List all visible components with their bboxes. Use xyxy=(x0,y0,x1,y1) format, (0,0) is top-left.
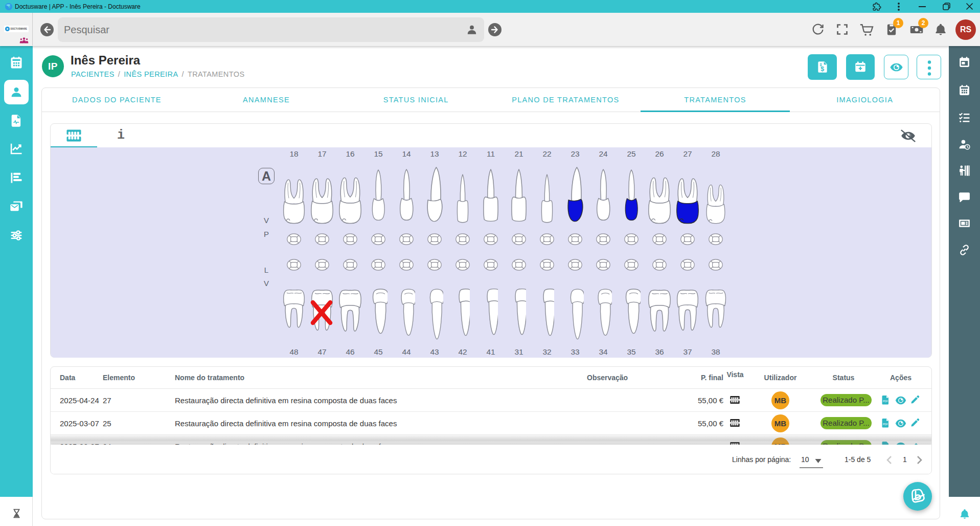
svg-text:$: $ xyxy=(821,65,824,73)
svg-text:PDF: PDF xyxy=(883,423,888,426)
svg-text:PDF: PDF xyxy=(883,400,888,403)
